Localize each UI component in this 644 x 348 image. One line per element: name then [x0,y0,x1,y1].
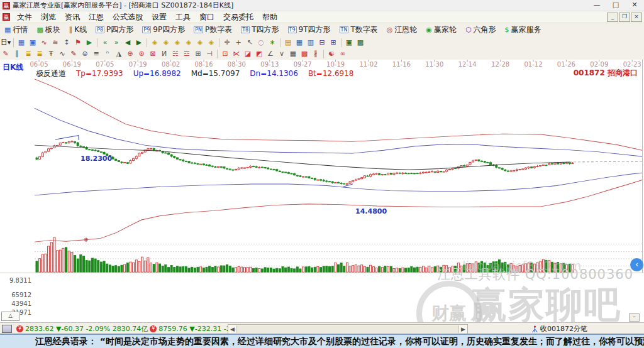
calculator-icon[interactable]: ▦ [294,38,305,48]
t-square-button[interactable]: T8T四方形 [236,24,283,36]
menu-公式选股[interactable]: 公式选股 [108,12,147,23]
t-line-tool-icon[interactable]: Ŧ [45,49,57,59]
first-page-icon[interactable]: « [99,38,111,48]
parallel-lines-icon[interactable]: ∦ [310,49,321,59]
shade-box-icon[interactable]: ◪ [242,49,253,59]
gann-fan-tool-icon[interactable]: ⊛ [136,49,147,59]
period-daily-dropdown[interactable]: 日▾ [0,38,11,48]
nine-t-square-button[interactable]: T99T四方形 [284,24,335,36]
gradient-box-icon[interactable]: ◩ [253,49,265,59]
indicator-toggle-button[interactable]: △ [1,312,19,321]
horizontal-scrollbar[interactable]: ◀ ▶ [228,324,468,334]
menu-窗口[interactable]: 窗口 [195,12,219,23]
scroll-right-arrow[interactable]: ▶ [459,325,467,333]
zigzag-tool-icon[interactable]: И [158,49,170,59]
sh-index-quote[interactable]: 2833.62 ▼-60.37 -2.09% 2830.74亿 [25,324,148,334]
angle-line-icon[interactable]: ∠ [265,49,276,59]
tick-receive-status[interactable]: 收001872分笔 [531,324,587,334]
ruler-tool-icon[interactable]: ⊣ [204,49,215,59]
gann-diamond-shrink-icon[interactable]: ◈ [183,38,194,48]
last-page-icon[interactable]: » [111,38,122,48]
window-close[interactable]: ✕ [625,0,644,11]
window-minimize[interactable]: — [587,0,606,11]
menu-帮助[interactable]: 帮助 [258,12,282,23]
quotes-button[interactable]: ▦行情 [0,24,32,36]
menu-江恩[interactable]: 江恩 [84,12,108,23]
mark-flag-icon[interactable]: ⚑ [72,38,84,48]
p-square-button[interactable]: P8P四方形 [91,24,138,36]
window-maximize[interactable]: □ [606,0,625,11]
send-icon[interactable]: ▣ [343,38,355,48]
multi-trend-icon[interactable]: ≋ [50,38,61,48]
scroll-thumb[interactable] [236,325,459,333]
child-restore[interactable]: ❐ [619,13,630,22]
next-bar-icon[interactable]: ▶ [133,38,145,48]
nine-p-square-button[interactable]: P99P四方形 [138,24,189,36]
hatch-box-icon[interactable]: ▩ [299,49,310,59]
winner-wheel-button[interactable]: ◉赢家轮 [421,24,461,36]
gann-diamond-left-icon[interactable]: ◈ [149,38,160,48]
child-close[interactable]: × [631,13,642,22]
resistance-grid-icon[interactable]: ☵ [170,49,181,59]
sectors-button[interactable]: ▩板块 [32,24,64,36]
menu-设置[interactable]: 设置 [147,12,171,23]
box-select-icon[interactable]: ⊡ [219,49,231,59]
gann-diamond-up-icon[interactable]: ◈ [194,38,206,48]
hexagon-button[interactable]: ⬡六角形 [461,24,501,36]
pan-hand-icon[interactable]: ✛ [221,38,233,48]
taiji-tool-icon[interactable]: ☯ [326,49,337,59]
data-table-icon[interactable] [2,325,12,333]
gann-diamond-down-icon[interactable]: ◈ [206,38,217,48]
gann-diamond-expand-icon[interactable]: ◈ [172,38,183,48]
scale-toggle-icon[interactable]: ↕ [61,38,72,48]
brush-tool-icon[interactable]: ✎ [68,49,79,59]
winner-service-button[interactable]: $赢家服务 [501,24,546,36]
export-icon[interactable]: ⊞ [328,38,339,48]
matrix-grid-icon[interactable]: ▦ [287,49,299,59]
prev-bar-icon[interactable]: ◀ [122,38,133,48]
crosshair-icon[interactable]: + [233,38,244,48]
scroll-left-arrow[interactable]: ◀ [228,325,236,333]
kline-chart-region[interactable]: 日K线 06-0506-1907-0507-1908-0208-1608-300… [0,60,644,322]
menu-资讯[interactable]: 资讯 [60,12,84,23]
menu-交易委托[interactable]: 交易委托 [219,12,258,23]
gann-box-tool-icon[interactable]: ⊠ [147,49,158,59]
sh-index-icon[interactable]: ¥ [16,325,23,332]
save-layout-icon[interactable]: ⊟ [316,38,328,48]
collapse-volume-button[interactable]: – [629,313,640,322]
menu-浏览[interactable]: 浏览 [36,12,60,23]
wave-tool-icon[interactable]: ∿ [57,49,68,59]
pencil-tool-icon[interactable]: ✎ [0,49,11,59]
support-grid-icon[interactable]: ☲ [181,49,192,59]
gann-grid-gold-icon[interactable]: ≣ [23,49,34,59]
ellipse-tool-icon[interactable]: ⊜ [79,49,91,59]
trend-view-icon[interactable]: ∿ [38,38,50,48]
expand-panel-button[interactable]: ‹ [630,258,643,271]
square-grid-icon[interactable]: ⊞ [192,49,204,59]
gann-diamond-right-icon[interactable]: ◈ [160,38,172,48]
child-minimize[interactable]: _ [607,13,618,22]
sz-index-icon[interactable]: ¥ [150,325,157,332]
menu-工具[interactable]: 工具 [171,12,195,23]
notes-icon[interactable]: ▥ [305,38,316,48]
gann-wheel-button[interactable]: ◎江恩轮 [382,24,422,36]
menu-文件[interactable]: 文件 [13,12,36,23]
lasso-tool-icon[interactable]: ◌ [255,38,267,48]
pattern-tool-icon[interactable]: ∗ [267,38,278,48]
pointer-tool-icon[interactable]: ↖ [244,38,255,48]
p-number-table-button[interactable]: PNP数字表 [189,24,236,36]
v-line-icon[interactable]: ∨ [276,49,287,59]
hatch-tool-icon[interactable]: ≡ [91,49,102,59]
angle-ruler-icon[interactable]: ◮ [113,49,125,59]
t-number-table-button[interactable]: TNT数字表 [335,24,382,36]
calendar-icon[interactable]: ▤ [282,38,294,48]
overlay-flag-icon[interactable]: ▶ [84,38,95,48]
sync-icon[interactable]: ▩ [355,38,366,48]
fan-lines-icon[interactable]: ⋉ [231,49,242,59]
gann-circle-tool-icon[interactable]: ⊕ [125,49,136,59]
infinity-tool-icon[interactable]: ∞ [337,49,348,59]
kline-button[interactable]: ∥K线 [65,24,91,36]
vertical-lines-tool-icon[interactable]: ∥ [11,49,23,59]
board-view-icon[interactable]: ▣ [27,38,38,48]
fib-number-tool-icon[interactable]: ⁿ [102,49,113,59]
